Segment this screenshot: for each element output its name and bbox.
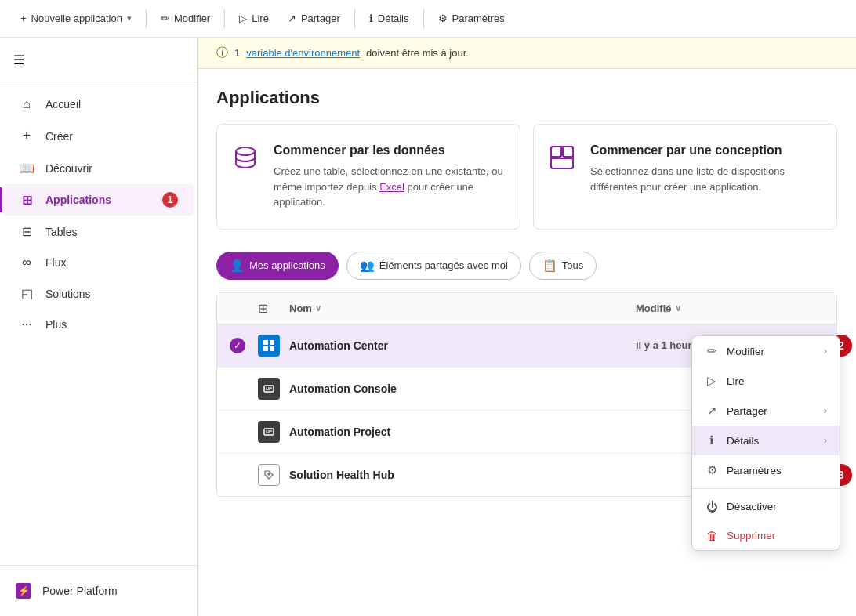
row-icon-automation-console <box>258 378 289 400</box>
svg-rect-7 <box>263 346 268 351</box>
ctx-desactiver[interactable]: ⏻ Désactiver <box>692 492 840 521</box>
sidebar-label-tables: Tables <box>45 226 77 238</box>
ctx-lire[interactable]: ▷ Lire <box>692 366 840 396</box>
svg-rect-8 <box>270 346 274 351</box>
partager-button[interactable]: ↗ Partager <box>280 8 348 29</box>
pencil-icon: ✏ <box>161 13 169 24</box>
powerplatform-label: Power Platform <box>42 585 118 597</box>
ctx-details-left: ℹ Détails <box>705 433 759 448</box>
ctx-desactiver-label: Désactiver <box>727 501 777 513</box>
ctx-details[interactable]: ℹ Détails › <box>692 426 840 455</box>
separator-2 <box>224 9 225 28</box>
parametres-button[interactable]: ⚙ Paramètres <box>430 8 513 29</box>
sidebar: ☰ ⌂ Accueil + Créer 📖 Découvrir ⊞ Applic… <box>0 38 198 616</box>
ctx-modifier-label: Modifier <box>727 346 764 357</box>
create-icon: + <box>19 128 34 144</box>
sidebar-label-accueil: Accueil <box>45 98 81 111</box>
card-donnees-title: Commencer par les données <box>274 143 504 158</box>
sidebar-label-plus: Plus <box>45 318 67 331</box>
layout-icon <box>550 145 575 176</box>
name-column-header[interactable]: Nom ∨ <box>289 303 636 314</box>
context-menu: ✏ Modifier › ▷ Lire ↗ Partager › <box>691 335 840 551</box>
filter-tous[interactable]: 📋 Tous <box>529 252 597 280</box>
sidebar-item-applications[interactable]: ⊞ Applications 1 <box>3 184 194 216</box>
list-icon: 📋 <box>542 259 557 273</box>
plus-icon: + <box>20 13 27 24</box>
main-layout: ☰ ⌂ Accueil + Créer 📖 Découvrir ⊞ Applic… <box>0 38 856 616</box>
sidebar-item-powerplatform[interactable]: ⚡ Power Platform <box>16 575 181 607</box>
card-commencer-conception[interactable]: Commencer par une conception Sélectionne… <box>533 124 837 230</box>
ctx-divider <box>692 488 840 489</box>
grid-icon: ⊞ <box>258 302 268 315</box>
home-icon: ⌂ <box>19 97 34 111</box>
warning-icon: ⓘ <box>216 45 228 60</box>
banner-text-before: 1 <box>234 47 240 59</box>
sidebar-top: ☰ <box>0 38 197 82</box>
row-name-automation-console: Automation Console <box>289 382 636 395</box>
row-name-solution-health-hub: Solution Health Hub <box>289 469 636 481</box>
modified-column-label: Modifié <box>636 303 672 314</box>
flux-icon: ∞ <box>19 255 34 270</box>
banner-link[interactable]: variable d'environnement <box>246 47 360 59</box>
ctx-share-icon: ↗ <box>705 404 719 418</box>
tables-icon: ⊟ <box>19 224 34 239</box>
ctx-supprimer[interactable]: 🗑 Supprimer <box>692 521 840 550</box>
lire-button[interactable]: ▷ Lire <box>231 8 277 29</box>
sidebar-item-accueil[interactable]: ⌂ Accueil <box>3 89 194 119</box>
details-button[interactable]: ℹ Détails <box>361 8 417 29</box>
content-area: ⓘ 1 variable d'environnement doivent êtr… <box>198 38 856 616</box>
app-icon-blue <box>258 335 280 357</box>
ctx-lire-left: ▷ Lire <box>705 374 745 388</box>
card-conception-text: Commencer par une conception Sélectionne… <box>590 143 821 194</box>
svg-rect-2 <box>551 147 561 157</box>
apps-icon: ⊞ <box>19 193 34 208</box>
sidebar-item-creer[interactable]: + Créer <box>3 120 194 152</box>
filter-tabs: 👤 Mes applications 👥 Éléments partagés a… <box>216 252 837 280</box>
card-conception-desc: Sélectionnez dans une liste de dispositi… <box>590 164 821 194</box>
ctx-partager-chevron: › <box>824 405 827 416</box>
sidebar-item-decouvrir[interactable]: 📖 Découvrir <box>3 153 194 183</box>
sidebar-label-solutions: Solutions <box>45 288 91 300</box>
ctx-play-icon: ▷ <box>705 374 719 388</box>
new-app-button[interactable]: + Nouvelle application ▾ <box>13 8 140 29</box>
applications-badge: 1 <box>162 192 178 208</box>
card-donnees-desc: Créez une table, sélectionnez-en une exi… <box>274 164 504 210</box>
card-conception-title: Commencer par une conception <box>590 143 821 158</box>
ctx-partager[interactable]: ↗ Partager › <box>692 396 840 426</box>
filter-mes-applications[interactable]: 👤 Mes applications <box>216 252 339 280</box>
ctx-parametres-left: ⚙ Paramètres <box>705 463 782 477</box>
row-check-automation-center[interactable]: ✓ <box>230 338 258 353</box>
cards-row: Commencer par les données Créez une tabl… <box>216 124 837 230</box>
excel-link[interactable]: Excel <box>379 181 404 193</box>
sidebar-label-applications: Applications <box>45 194 111 206</box>
sidebar-item-plus[interactable]: ··· Plus <box>3 310 194 339</box>
discover-icon: 📖 <box>19 161 34 176</box>
sidebar-nav: ⌂ Accueil + Créer 📖 Découvrir ⊞ Applicat… <box>0 82 197 565</box>
modifier-button[interactable]: ✏ Modifier <box>153 8 218 29</box>
database-icon <box>233 145 258 176</box>
sidebar-item-tables[interactable]: ⊟ Tables <box>3 216 194 247</box>
name-sort-icon: ∨ <box>315 303 321 313</box>
row-name-automation-project: Automation Project <box>289 426 636 438</box>
card-commencer-donnees[interactable]: Commencer par les données Créez une tabl… <box>216 124 520 230</box>
filter-elements-partages[interactable]: 👥 Éléments partagés avec moi <box>346 252 521 280</box>
svg-rect-6 <box>270 340 274 345</box>
svg-rect-5 <box>263 340 268 345</box>
app-icon-outline-health <box>258 464 280 486</box>
ctx-supprimer-label: Supprimer <box>727 530 775 542</box>
modified-column-header[interactable]: Modifié ∨ <box>636 303 793 314</box>
ctx-modifier[interactable]: ✏ Modifier › <box>692 336 840 366</box>
new-app-label: Nouvelle application <box>31 13 122 24</box>
sidebar-label-flux: Flux <box>45 256 66 269</box>
ctx-parametres[interactable]: ⚙ Paramètres <box>692 455 840 485</box>
ctx-partager-left: ↗ Partager <box>705 404 767 418</box>
sidebar-footer: ⚡ Power Platform <box>0 565 197 616</box>
ctx-modifier-chevron: › <box>824 346 827 357</box>
app-icon-dark-project <box>258 421 280 443</box>
hamburger-button[interactable]: ☰ <box>3 44 34 75</box>
sidebar-item-solutions[interactable]: ◱ Solutions <box>3 278 194 309</box>
user-icon: 👤 <box>230 259 245 273</box>
environment-banner: ⓘ 1 variable d'environnement doivent êtr… <box>198 38 856 69</box>
sidebar-item-flux[interactable]: ∞ Flux <box>3 248 194 277</box>
svg-point-0 <box>236 147 255 155</box>
